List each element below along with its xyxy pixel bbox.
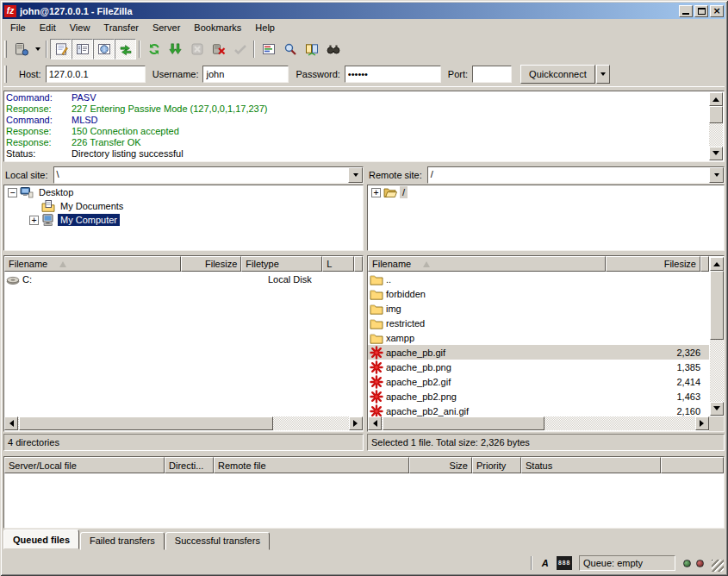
log-scrollbar[interactable]	[709, 91, 724, 161]
cancel-button[interactable]	[186, 39, 208, 59]
menu-file[interactable]: File	[3, 20, 33, 36]
tree-expander-plus-icon[interactable]: +	[29, 216, 39, 225]
file-row-apache-pb.png[interactable]: apache_pb.png1,385	[368, 360, 709, 374]
scroll-up-button[interactable]	[710, 257, 724, 271]
scroll-down-button[interactable]	[710, 402, 724, 416]
local-horizontal-scrollbar[interactable]	[4, 416, 363, 431]
site-manager-dropdown-button[interactable]	[32, 39, 43, 59]
message-log: Command:PASVResponse:227 Entering Passiv…	[3, 91, 725, 162]
synchronized-browsing-button[interactable]	[322, 39, 344, 59]
toolbar-separator	[253, 41, 255, 58]
password-input[interactable]	[345, 66, 441, 83]
file-name: xampp	[386, 333, 414, 343]
column-header-filename[interactable]: Filename	[4, 256, 181, 272]
local-site-dropdown-button[interactable]	[348, 167, 363, 183]
scroll-left-button[interactable]	[368, 416, 382, 430]
tree-expander-minus-icon[interactable]: −	[8, 188, 17, 197]
file-search-button[interactable]	[279, 39, 301, 59]
column-header-filesize[interactable]: Filesize	[181, 256, 242, 272]
file-row-apache-pb2.png[interactable]: apache_pb2.png1,463	[368, 389, 709, 404]
tab-failed-transfers[interactable]: Failed transfers	[80, 532, 165, 550]
file-row-restricted[interactable]: restricted	[368, 316, 709, 330]
speed-limit-icon[interactable]: 888	[557, 556, 572, 570]
toggle-message-log-button[interactable]	[50, 39, 72, 59]
minimize-button[interactable]	[679, 5, 693, 17]
column-header-filetype[interactable]: Filetype	[241, 256, 322, 272]
toggle-local-tree-button[interactable]	[72, 39, 93, 59]
column-header-size[interactable]: Size	[409, 457, 472, 473]
menu-help[interactable]: Help	[248, 20, 282, 36]
column-header-filesize[interactable]: Filesize	[606, 256, 700, 272]
disconnect-button[interactable]	[208, 39, 229, 59]
process-queue-button[interactable]	[165, 39, 186, 59]
quickconnect-dropdown-button[interactable]	[596, 65, 610, 84]
menu-server[interactable]: Server	[146, 20, 187, 36]
tree-item-my-computer[interactable]: +My Computer	[4, 213, 363, 227]
host-input[interactable]	[46, 66, 146, 83]
local-site-combobox[interactable]: \	[53, 166, 364, 184]
password-label: Password:	[296, 69, 339, 79]
close-button[interactable]: ×	[710, 5, 724, 17]
toggle-transfer-queue-button[interactable]	[115, 39, 136, 59]
tree-item--[interactable]: +/	[368, 185, 724, 199]
scroll-right-button[interactable]	[349, 416, 363, 430]
tree-item-desktop[interactable]: −Desktop	[4, 185, 363, 199]
arrow-right-icon	[700, 420, 707, 427]
column-header-priority[interactable]: Priority	[472, 457, 521, 473]
scroll-up-button[interactable]	[709, 92, 723, 106]
column-header-directi-[interactable]: Directi...	[165, 457, 214, 473]
file-row-xampp[interactable]: xampp	[368, 330, 709, 345]
column-header-filler	[354, 256, 363, 272]
tree-expander-plus-icon[interactable]: +	[371, 188, 381, 197]
scroll-thumb[interactable]	[383, 416, 544, 430]
resize-grip[interactable]	[712, 560, 724, 572]
remote-site-combobox[interactable]: /	[427, 166, 725, 184]
transfer-type-icon[interactable]: A	[538, 556, 553, 570]
menu-transfer[interactable]: Transfer	[96, 20, 146, 36]
file-row-apache-pb2.gif[interactable]: apache_pb2.gif2,414	[368, 374, 709, 389]
directory-comparison-button[interactable]	[301, 39, 322, 59]
remote-site-dropdown-button[interactable]	[709, 167, 724, 183]
queue-status-text: Queue: empty	[579, 555, 675, 571]
maximize-button[interactable]	[694, 5, 708, 17]
tab-queued-files[interactable]: Queued files	[3, 529, 79, 549]
tree-item-my-documents[interactable]: My Documents	[4, 199, 363, 213]
file-row-c-[interactable]: C:Local Disk	[4, 272, 363, 286]
toggle-remote-tree-button[interactable]	[93, 39, 115, 59]
column-header-filename[interactable]: Filename	[368, 256, 606, 272]
remote-vertical-scrollbar[interactable]	[709, 256, 724, 416]
menu-bookmarks[interactable]: Bookmarks	[187, 20, 248, 36]
filezilla-window: fz john@127.0.0.1 - FileZilla × FileEdit…	[0, 0, 728, 576]
toggle-local-tree-icon	[76, 42, 90, 56]
scroll-thumb[interactable]	[709, 106, 723, 123]
column-header-remote-file[interactable]: Remote file	[214, 457, 409, 473]
scroll-left-button[interactable]	[4, 416, 18, 430]
username-input[interactable]	[202, 66, 289, 83]
column-header-status[interactable]: Status	[521, 457, 661, 473]
refresh-button[interactable]	[143, 39, 165, 59]
file-row-..[interactable]: ..	[368, 272, 709, 286]
column-header-l[interactable]: L	[322, 256, 354, 272]
scroll-right-button[interactable]	[695, 416, 709, 430]
scroll-thumb[interactable]	[710, 271, 724, 340]
toolbar-gripper[interactable]	[4, 41, 7, 58]
scroll-down-button[interactable]	[709, 147, 723, 160]
tab-successful-transfers[interactable]: Successful transfers	[165, 532, 270, 550]
file-row-img[interactable]: img	[368, 301, 709, 316]
remote-horizontal-scrollbar[interactable]	[368, 416, 709, 431]
scroll-thumb[interactable]	[19, 416, 273, 430]
reconnect-button[interactable]	[229, 39, 251, 59]
menu-edit[interactable]: Edit	[33, 20, 63, 36]
quickbar-gripper[interactable]	[4, 66, 7, 83]
quickconnect-button[interactable]: Quickconnect	[520, 65, 595, 84]
site-manager-button[interactable]	[10, 39, 32, 59]
file-row-forbidden[interactable]: forbidden	[368, 286, 709, 301]
menu-view[interactable]: View	[63, 20, 97, 36]
filter-button[interactable]	[258, 39, 279, 59]
tree-item-label: My Documents	[58, 200, 126, 212]
column-header-server-local-file[interactable]: Server/Local file	[4, 457, 165, 473]
file-row-apache-pb.gif[interactable]: apache_pb.gif2,326	[368, 345, 709, 360]
filesize-cell	[609, 301, 706, 316]
folder-icon	[370, 272, 383, 286]
port-input[interactable]	[472, 66, 512, 83]
